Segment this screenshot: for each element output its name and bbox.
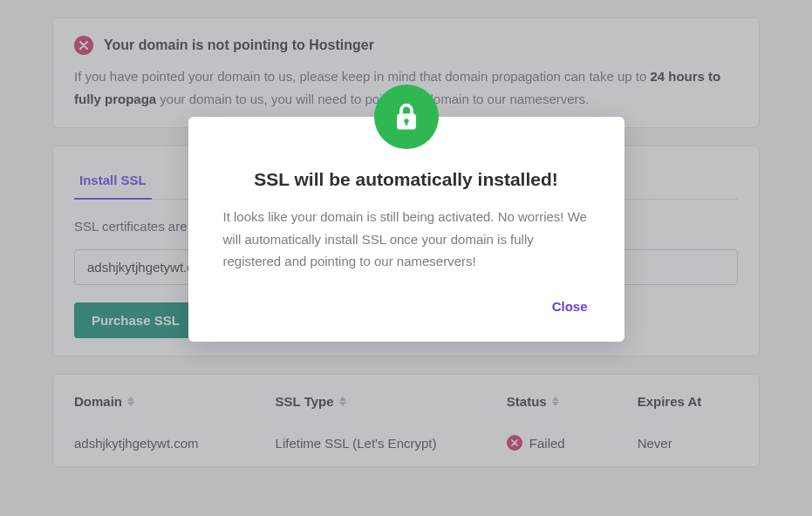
ssl-success-modal: SSL will be automatically installed! It …: [188, 117, 624, 342]
modal-body: It looks like your domain is still being…: [223, 206, 590, 273]
modal-title: SSL will be automatically installed!: [223, 169, 590, 190]
lock-icon: [374, 85, 439, 149]
close-button[interactable]: Close: [550, 294, 590, 319]
modal-actions: Close: [223, 294, 590, 319]
svg-rect-2: [405, 121, 406, 126]
modal-overlay[interactable]: SSL will be automatically installed! It …: [0, 0, 812, 516]
